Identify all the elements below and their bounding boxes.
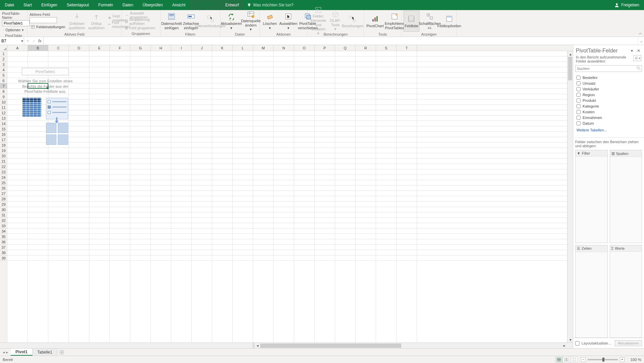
row-header[interactable]: 7 bbox=[0, 83, 7, 89]
fx-button[interactable]: fx bbox=[38, 39, 41, 43]
row-header[interactable]: 10 bbox=[0, 99, 7, 105]
column-header[interactable]: F bbox=[110, 45, 130, 51]
row-header[interactable]: 5 bbox=[0, 73, 7, 78]
pivot-field-item[interactable]: Produkt bbox=[575, 97, 642, 103]
name-box-input[interactable] bbox=[1, 39, 18, 43]
row-header[interactable]: 12 bbox=[0, 110, 7, 116]
column-header[interactable]: D bbox=[69, 45, 89, 51]
pivot-field-checkbox[interactable] bbox=[577, 87, 581, 91]
ribbon-tab-ansicht[interactable]: Ansicht bbox=[168, 0, 190, 10]
column-header[interactable]: P bbox=[315, 45, 335, 51]
select-button[interactable]: Auswählen▾ bbox=[279, 11, 297, 32]
view-normal-button[interactable] bbox=[555, 357, 563, 363]
pivot-field-checkbox[interactable] bbox=[577, 76, 581, 80]
row-header[interactable]: 36 bbox=[0, 239, 7, 245]
row-header[interactable]: 6 bbox=[0, 78, 7, 83]
row-header[interactable]: 4 bbox=[0, 67, 7, 73]
rows-drop-area[interactable]: ☰Zeilen bbox=[575, 245, 608, 338]
sheet-tab-nav[interactable]: ◂▸ bbox=[0, 349, 11, 356]
pivot-field-checkbox[interactable] bbox=[577, 116, 581, 120]
field-pane-dropdown[interactable]: ▾ bbox=[629, 48, 635, 53]
more-tables-link[interactable]: Weitere Tabellen... bbox=[575, 126, 642, 134]
filter-drop-area[interactable]: ▼Filter bbox=[575, 150, 608, 243]
pivotchart-button[interactable]: PivotChart bbox=[366, 11, 384, 32]
chevron-down-icon[interactable]: ▾ bbox=[21, 39, 23, 43]
clear-button[interactable]: Löschen▾ bbox=[262, 11, 278, 32]
values-drop-area[interactable]: ΣWerte bbox=[610, 245, 642, 338]
row-header[interactable]: 29 bbox=[0, 202, 7, 207]
field-headers-toggle[interactable]: Feldkopfzeilen bbox=[440, 11, 458, 32]
pivot-field-checkbox[interactable] bbox=[577, 110, 581, 114]
row-header[interactable]: 8 bbox=[0, 89, 7, 94]
zoom-out-button[interactable]: − bbox=[581, 357, 586, 362]
ribbon-tab-seitenlayout[interactable]: Seitenlayout bbox=[62, 0, 94, 10]
expand-formula-bar[interactable]: ⌄ bbox=[638, 37, 644, 45]
horizontal-scrollbar[interactable]: ◂ ▸ bbox=[255, 343, 567, 348]
row-header[interactable]: 18 bbox=[0, 143, 7, 148]
select-all-cell[interactable] bbox=[0, 45, 7, 51]
zoom-slider-knob[interactable] bbox=[602, 358, 604, 362]
column-header[interactable]: J bbox=[192, 45, 212, 51]
pivot-field-item[interactable]: Kategorie bbox=[575, 103, 642, 109]
row-header[interactable]: 32 bbox=[0, 218, 7, 223]
column-header[interactable]: S bbox=[376, 45, 397, 51]
insert-slicer-button[interactable]: Datenschnitt einfügen bbox=[163, 11, 181, 32]
column-header[interactable]: R bbox=[356, 45, 376, 51]
column-header[interactable]: G bbox=[130, 45, 151, 51]
row-header[interactable]: 24 bbox=[0, 175, 7, 180]
column-header[interactable]: M bbox=[253, 45, 274, 51]
row-header[interactable]: 31 bbox=[0, 212, 7, 218]
zoom-label[interactable]: 100 % bbox=[627, 358, 641, 362]
insert-timeline-button[interactable]: Zeitachse einfügen bbox=[182, 11, 200, 32]
scroll-right-button[interactable]: ▸ bbox=[561, 343, 567, 349]
row-header[interactable]: 14 bbox=[0, 121, 7, 126]
row-header[interactable]: 30 bbox=[0, 207, 7, 212]
pivot-field-item[interactable]: Region bbox=[575, 92, 642, 97]
column-header[interactable]: A bbox=[7, 45, 28, 51]
row-header[interactable]: 1 bbox=[0, 51, 7, 56]
columns-drop-area[interactable]: ▥Spalten bbox=[610, 150, 642, 243]
row-header[interactable]: 20 bbox=[0, 153, 7, 159]
ribbon-tab-entwurf[interactable]: Entwurf bbox=[221, 0, 244, 10]
ribbon-tab-analysieren[interactable]: Analysieren bbox=[190, 0, 221, 10]
tell-me-search[interactable]: Was möchten Sie tun? bbox=[244, 3, 297, 7]
row-header[interactable]: 22 bbox=[0, 164, 7, 169]
row-header[interactable]: 13 bbox=[0, 116, 7, 121]
field-pane-close[interactable]: ✕ bbox=[636, 48, 641, 53]
collapse-ribbon-button[interactable] bbox=[638, 31, 643, 36]
column-header[interactable]: L bbox=[233, 45, 253, 51]
scroll-thumb-vertical[interactable] bbox=[568, 57, 572, 80]
view-page-break-button[interactable] bbox=[570, 357, 578, 363]
pivot-field-item[interactable]: Umsatz bbox=[575, 80, 642, 86]
row-header[interactable]: 21 bbox=[0, 159, 7, 164]
column-header[interactable]: N bbox=[274, 45, 294, 51]
zoom-slider[interactable] bbox=[588, 359, 618, 360]
row-header[interactable]: 2 bbox=[0, 56, 7, 62]
view-page-layout-button[interactable] bbox=[563, 357, 570, 363]
pivot-field-item[interactable]: Datum bbox=[575, 120, 642, 126]
field-settings-button[interactable]: Feldeinstellungen bbox=[30, 24, 66, 30]
field-list-toggle[interactable]: Feldliste bbox=[404, 11, 419, 32]
pivot-field-checkbox[interactable] bbox=[577, 104, 581, 108]
ribbon-tab-überprüfen[interactable]: Überprüfen bbox=[138, 0, 168, 10]
field-pane-settings-button[interactable]: ▾ bbox=[633, 55, 641, 61]
row-header[interactable]: 33 bbox=[0, 223, 7, 229]
vertical-scrollbar[interactable]: ▴ ▾ bbox=[567, 51, 573, 342]
pivot-field-item[interactable]: Bestellnr bbox=[575, 75, 642, 80]
refresh-button[interactable]: Aktualisieren▾ bbox=[222, 11, 240, 32]
share-button[interactable]: Freigeben bbox=[610, 3, 644, 7]
row-header[interactable]: 37 bbox=[0, 245, 7, 250]
row-header[interactable]: 23 bbox=[0, 169, 7, 175]
ribbon-tab-start[interactable]: Start bbox=[19, 0, 37, 10]
ribbon-tab-datei[interactable]: Datei bbox=[0, 0, 19, 10]
pivot-field-checkbox[interactable] bbox=[577, 81, 581, 85]
scroll-thumb-horizontal[interactable] bbox=[260, 344, 401, 348]
row-header[interactable]: 17 bbox=[0, 137, 7, 143]
row-header[interactable]: 39 bbox=[0, 255, 7, 261]
row-header[interactable]: 16 bbox=[0, 132, 7, 137]
active-field-input[interactable] bbox=[30, 17, 57, 23]
ribbon-tab-einfügen[interactable]: Einfügen bbox=[37, 0, 62, 10]
tab-nav-prev[interactable]: ◂ bbox=[3, 350, 5, 355]
row-header[interactable]: 11 bbox=[0, 105, 7, 110]
column-header[interactable]: Q bbox=[335, 45, 356, 51]
